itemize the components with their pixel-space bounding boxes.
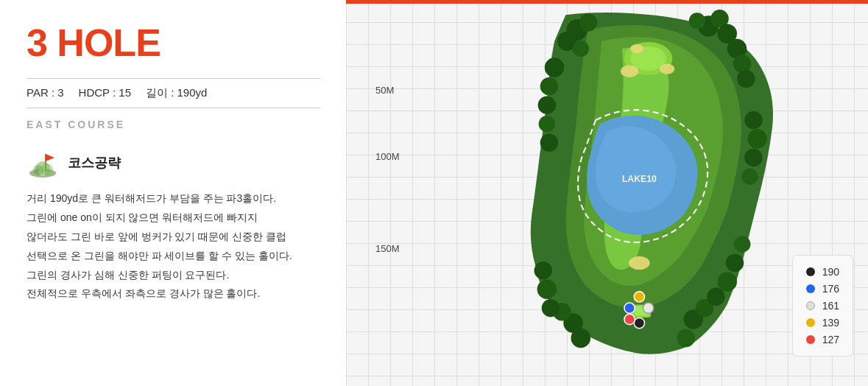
svg-point-10 xyxy=(660,64,674,74)
svg-text:LAKE10: LAKE10 xyxy=(622,174,657,184)
svg-point-32 xyxy=(744,111,762,129)
distance-info: 길이 : 190yd xyxy=(146,86,207,100)
course-name: EAST COURSE xyxy=(27,119,320,130)
hole-info: PAR : 3 HDCP : 15 길이 : 190yd xyxy=(27,78,320,108)
svg-point-39 xyxy=(539,116,555,132)
svg-point-47 xyxy=(707,288,724,306)
svg-point-46 xyxy=(677,329,694,347)
svg-point-16 xyxy=(624,303,635,313)
hole-title: 3 HOLE xyxy=(27,21,320,65)
map-container: 50M 100M 150M xyxy=(375,7,868,386)
svg-point-6 xyxy=(41,164,53,175)
legend-value-190: 190 xyxy=(822,266,839,278)
svg-point-37 xyxy=(540,77,558,95)
legend-value-139: 139 xyxy=(822,317,839,329)
legend-item-139: 139 xyxy=(806,317,839,329)
legend-item-161: 161 xyxy=(806,300,839,312)
svg-point-40 xyxy=(540,133,558,151)
svg-point-48 xyxy=(717,272,737,292)
legend-value-176: 176 xyxy=(822,283,839,295)
svg-point-12 xyxy=(629,256,650,270)
svg-point-35 xyxy=(741,168,758,184)
svg-point-24 xyxy=(573,41,589,57)
legend-item-127: 127 xyxy=(806,334,839,345)
svg-point-18 xyxy=(634,292,644,302)
svg-point-38 xyxy=(538,96,556,113)
svg-point-51 xyxy=(534,262,552,279)
left-panel: 3 HOLE PAR : 3 HDCP : 15 길이 : 190yd EAST… xyxy=(0,0,346,386)
svg-point-11 xyxy=(630,44,643,53)
svg-point-15 xyxy=(634,317,644,328)
svg-point-30 xyxy=(733,55,751,72)
svg-point-9 xyxy=(621,66,638,77)
legend-item-176: 176 xyxy=(806,283,839,295)
svg-point-19 xyxy=(624,314,635,324)
svg-point-31 xyxy=(737,70,755,88)
svg-point-36 xyxy=(545,57,565,77)
svg-point-43 xyxy=(571,329,591,348)
right-panel: 50M 100M 150M xyxy=(346,0,868,386)
legend-dot-blue xyxy=(806,284,815,293)
legend-dot-red xyxy=(806,335,815,344)
distance-150m: 150M xyxy=(375,243,400,254)
strategy-title: 코스공략 xyxy=(68,154,121,172)
distance-50m: 50M xyxy=(375,85,394,96)
distance-100m: 100M xyxy=(375,151,400,162)
hdcp-info: HDCP : 15 xyxy=(79,86,131,100)
svg-point-22 xyxy=(579,13,597,31)
svg-marker-3 xyxy=(46,154,54,161)
par-info: PAR : 3 xyxy=(27,86,64,100)
svg-point-28 xyxy=(689,13,705,29)
legend-item-190: 190 xyxy=(806,266,839,278)
legend-dot-white xyxy=(806,301,815,310)
legend-value-127: 127 xyxy=(822,334,839,345)
legend: 190 176 161 139 127 xyxy=(792,255,853,357)
svg-point-17 xyxy=(643,303,653,313)
legend-value-161: 161 xyxy=(822,300,839,312)
legend-dot-black xyxy=(806,267,815,276)
svg-point-52 xyxy=(537,279,557,299)
svg-point-49 xyxy=(726,254,744,272)
strategy-text: 거리 190yd로 큰 워터해저드가 부담을 주는 파3홀이다. 그린에 one… xyxy=(27,189,320,303)
svg-point-34 xyxy=(744,149,762,166)
svg-point-50 xyxy=(734,236,750,252)
legend-dot-yellow xyxy=(806,318,815,327)
svg-point-53 xyxy=(542,299,560,317)
svg-point-33 xyxy=(747,129,767,149)
golf-icon xyxy=(27,147,59,179)
course-map: LAKE10 xyxy=(412,7,839,376)
strategy-header: 코스공략 xyxy=(27,147,320,179)
